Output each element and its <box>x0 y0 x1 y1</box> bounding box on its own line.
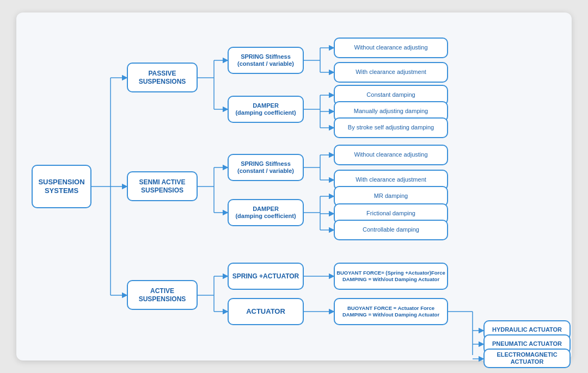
spring1-box: SPRING Stiffness (constant / variable) <box>228 47 304 74</box>
l3-actuator-desc: BUOYANT FORCE = Actuator Force DAMPING =… <box>334 298 448 325</box>
damper2-box: DAMPER (damping coefficient) <box>228 199 304 226</box>
diagram-container: SUSPENSION SYSTEMS PASSIVE SUSPENSIONS S… <box>32 29 556 344</box>
damper1-box: DAMPER (damping coefficient) <box>228 96 304 123</box>
l3-no-clearance1: Without clearance adjusting <box>334 38 448 58</box>
l3-stroke-damping: By stroke self adjusting damping <box>334 117 448 138</box>
passive-box: PASSIVE SUSPENSIONS <box>127 63 198 92</box>
active-box: ACTIVE SUSPENSIONS <box>127 280 198 310</box>
spring2-box: SPRING Stiffness (constant / variable) <box>228 154 304 181</box>
actuator-box: ACTUATOR <box>228 298 304 325</box>
l3-springact-desc: BUOYANT FORCE= (Spring +Actuator)Force D… <box>334 263 448 290</box>
root-box: SUSPENSION SYSTEMS <box>32 165 91 208</box>
l3-with-clearance1: With clearance adjustment <box>334 62 448 83</box>
l3-controllable-damping: Controllable damping <box>334 220 448 240</box>
main-card: SUSPENSION SYSTEMS PASSIVE SUSPENSIONS S… <box>16 13 572 360</box>
connector-lines <box>32 29 556 344</box>
l4-electromagnetic: ELECTROMAGNETIC ACTUATOR <box>483 349 571 368</box>
semi-box: SENMI ACTIVE SUSPENSIOS <box>127 171 198 201</box>
springact-box: SPRING +ACTUATOR <box>228 263 304 290</box>
l3-no-clearance2: Without clearance adjusting <box>334 145 448 165</box>
